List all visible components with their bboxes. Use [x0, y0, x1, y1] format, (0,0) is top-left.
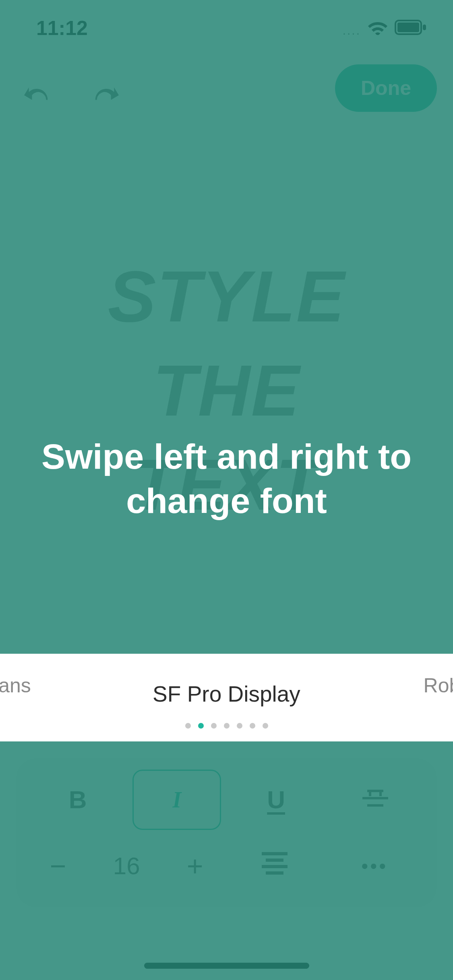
font-picker[interactable]: : Sans SF Pro Display Robot [0, 654, 453, 741]
font-option-current[interactable]: SF Pro Display [153, 681, 300, 707]
pager-dot[interactable] [237, 723, 242, 729]
coach-overlay-bottom[interactable] [0, 741, 453, 980]
font-option-next[interactable]: Robot [424, 674, 453, 697]
pager-dot[interactable] [224, 723, 230, 729]
coach-overlay-top[interactable] [0, 0, 453, 654]
coach-message: Swipe left and right to change font [0, 434, 453, 523]
pager-dot[interactable] [198, 723, 204, 729]
pager-dot[interactable] [263, 723, 268, 729]
pager-dot[interactable] [185, 723, 191, 729]
pager-dot[interactable] [250, 723, 255, 729]
font-option-prev[interactable]: : Sans [0, 674, 31, 697]
pager-dot[interactable] [211, 723, 217, 729]
font-pager [0, 723, 453, 741]
